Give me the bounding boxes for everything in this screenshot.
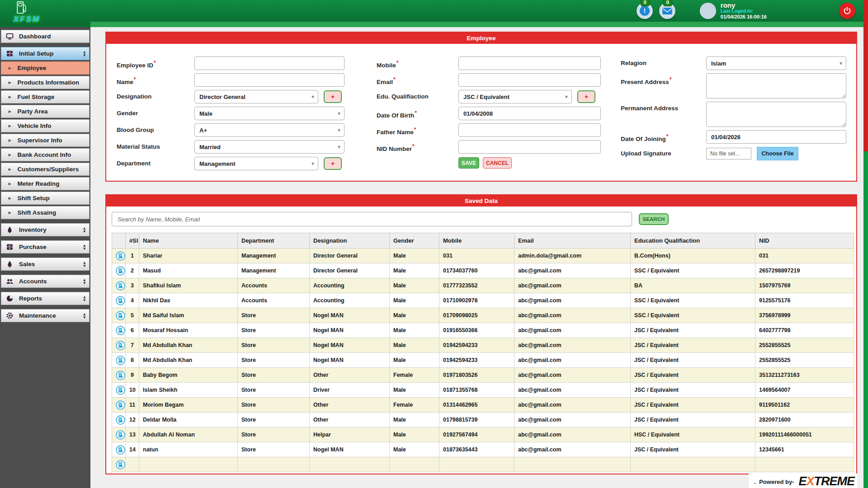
edit-record-button[interactable] (116, 252, 125, 258)
mobile-label: Mobile* (377, 56, 458, 69)
gear-icon (6, 312, 14, 319)
form-row-upload-signature: Upload SignatureNo file sel...Choose Fil… (621, 147, 849, 160)
edit-record-button[interactable] (116, 401, 125, 408)
date-of-birth-input[interactable] (458, 107, 601, 120)
edit-record-button[interactable] (116, 371, 125, 378)
save-button[interactable]: SAVE (458, 157, 479, 169)
cell-department: Accounts (238, 278, 310, 293)
chevron-right-icon: ▸ (9, 181, 11, 187)
search-input[interactable] (112, 212, 632, 226)
permanent-address-textarea[interactable] (706, 102, 846, 127)
sidebar-item-customers-suppliers[interactable]: ▸Customers/Suppliers (1, 163, 90, 176)
cell-email: abc@gmail.com (514, 427, 631, 442)
search-button[interactable]: SEARCH (639, 213, 669, 225)
permanent-address-control (706, 102, 849, 127)
sidebar-item-purchase[interactable]: Purchase▴▾ (1, 240, 90, 253)
cell-email: admin.dola@gmail.com (514, 249, 631, 263)
edit-cell (112, 353, 126, 368)
form-column-right: RelagionIslam▾Present Address*Permanent … (621, 56, 849, 174)
name-input[interactable] (194, 73, 344, 87)
edu-qualifiaction-select[interactable]: JSC / Equivalent▾ (458, 90, 572, 103)
sidebar-item-inventory[interactable]: Inventory▴▾ (1, 223, 90, 236)
sidebar-item-label: Employee (18, 65, 85, 71)
sidebar-item-dashboard[interactable]: Dashboard (1, 30, 90, 43)
required-asterisk: * (415, 110, 417, 116)
messages-button[interactable]: 0 (659, 3, 675, 19)
logout-button[interactable] (839, 3, 855, 19)
vertical-scrollbar-thumb[interactable] (863, 0, 868, 151)
mobile-input[interactable] (458, 56, 601, 70)
email-input[interactable] (458, 73, 601, 87)
cell-mobile: 031 (439, 249, 514, 263)
department-select[interactable]: Management▾ (194, 157, 318, 170)
sidebar-item-accounts[interactable]: Accounts▴▾ (1, 275, 90, 288)
employee-form: Employee ID*Name*DesignationDirector Gen… (106, 44, 856, 181)
user-avatar[interactable] (700, 3, 716, 19)
sidebar-item-shift-setup[interactable]: ▸Shift Setup (1, 192, 90, 205)
sidebar-item-vehicle-info[interactable]: ▸Vehicle Info (1, 119, 90, 132)
employee-id-input[interactable] (194, 56, 344, 70)
notifications-button[interactable]: 0 ! (637, 3, 653, 19)
present-address-textarea[interactable] (706, 73, 846, 99)
chevron-right-icon: ▸ (9, 166, 11, 172)
edit-record-button[interactable] (116, 446, 125, 452)
edit-record-button[interactable] (116, 312, 125, 318)
designation-select[interactable]: Director General▾ (194, 90, 318, 103)
cell-sl: 14 (126, 442, 139, 457)
sort-arrows-icon: ▴▾ (83, 244, 85, 250)
app-logo[interactable]: XFSM (0, 1, 40, 23)
cell-education-qualifiaction: JSC / Equivalent (631, 368, 755, 383)
choose-file-button[interactable]: Choose File (757, 147, 798, 160)
department-add-button[interactable]: + (324, 157, 342, 170)
edit-record-button[interactable] (116, 386, 125, 393)
info-icon: ! (640, 6, 650, 16)
edu-qualifiaction-add-button[interactable]: + (577, 90, 595, 103)
sort-arrows-icon: ▴▾ (83, 227, 85, 233)
sidebar-item-employee[interactable]: ▸Employee (1, 61, 90, 75)
sidebar-item-products-information[interactable]: ▸Products Information (1, 76, 90, 89)
edit-cell (112, 442, 126, 457)
cell-department: Store (238, 413, 310, 427)
sidebar-item-initial-setup[interactable]: Initial Setup▴▾ (1, 47, 90, 60)
sidebar-item-fuel-storage[interactable]: ▸Fuel Storage (1, 90, 90, 103)
app-header: XFSM 0 ! 0 rony Last Loged-in: 01/04/202… (0, 0, 868, 22)
blood-group-select[interactable]: A+▾ (194, 123, 344, 137)
date-of-joining-control (706, 130, 849, 144)
edit-record-button[interactable] (116, 461, 125, 467)
sidebar-item-supervisor-info[interactable]: ▸Supervisor Info (1, 134, 90, 147)
edit-record-button[interactable] (116, 416, 125, 422)
form-row-relagion: RelagionIslam▾ (621, 56, 849, 70)
sidebar-item-meter-reading[interactable]: ▸Meter Reading (1, 177, 90, 190)
cell-designation: Other (310, 398, 390, 413)
sidebar-item-label: Inventory (19, 226, 83, 233)
cancel-button[interactable]: CANCEL (483, 157, 512, 169)
edit-record-button[interactable] (116, 297, 125, 303)
gender-select[interactable]: Male▾ (194, 107, 344, 120)
sidebar-item-label: Shift Setup (18, 195, 85, 202)
form-row-employee-id: Employee ID* (117, 56, 368, 70)
edit-record-button[interactable] (116, 342, 125, 348)
father-name-input[interactable] (458, 123, 601, 137)
sort-arrows-icon: ▴▾ (83, 296, 85, 302)
date-of-joining-input[interactable] (706, 130, 846, 144)
cell-mobile: 01942594233 (439, 353, 514, 368)
relagion-select[interactable]: Islam▾ (706, 56, 846, 70)
sidebar-item-bank-account-info[interactable]: ▸Bank Account Info (1, 148, 90, 161)
sidebar-item-reports[interactable]: Reports▴▾ (1, 292, 90, 305)
chevron-right-icon: ▸ (9, 210, 11, 216)
gender-control: Male▾ (194, 107, 368, 120)
vertical-scrollbar-track[interactable] (863, 0, 868, 488)
edit-record-button[interactable] (116, 327, 125, 333)
designation-add-button[interactable]: + (324, 90, 342, 103)
edit-record-button[interactable] (116, 357, 125, 363)
edit-record-button[interactable] (116, 267, 125, 273)
sidebar-item-maintenance[interactable]: Maintenance▴▾ (1, 309, 90, 322)
nid-number-input[interactable] (458, 140, 601, 154)
edit-record-button[interactable] (116, 282, 125, 288)
sidebar-item-party-area[interactable]: ▸Party Area (1, 105, 90, 118)
sidebar-item-shift-assaing[interactable]: ▸Shift Assaing (1, 206, 90, 219)
cell-empty (390, 457, 439, 472)
edit-record-button[interactable] (116, 431, 125, 437)
sidebar-item-sales[interactable]: Sales▴▾ (1, 258, 90, 271)
material-status-select[interactable]: Married▾ (194, 140, 344, 154)
